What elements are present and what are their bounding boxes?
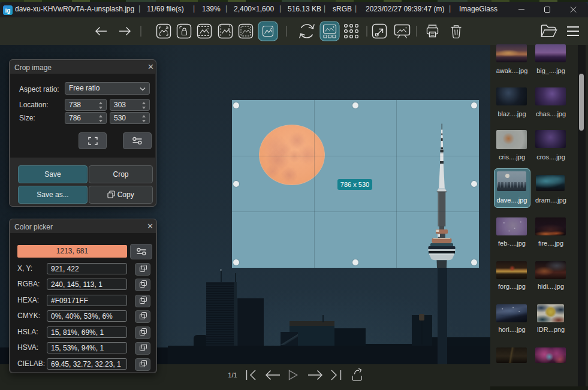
svg-text:ig: ig: [5, 7, 11, 14]
svg-text:1/1: 1/1: [228, 371, 237, 379]
